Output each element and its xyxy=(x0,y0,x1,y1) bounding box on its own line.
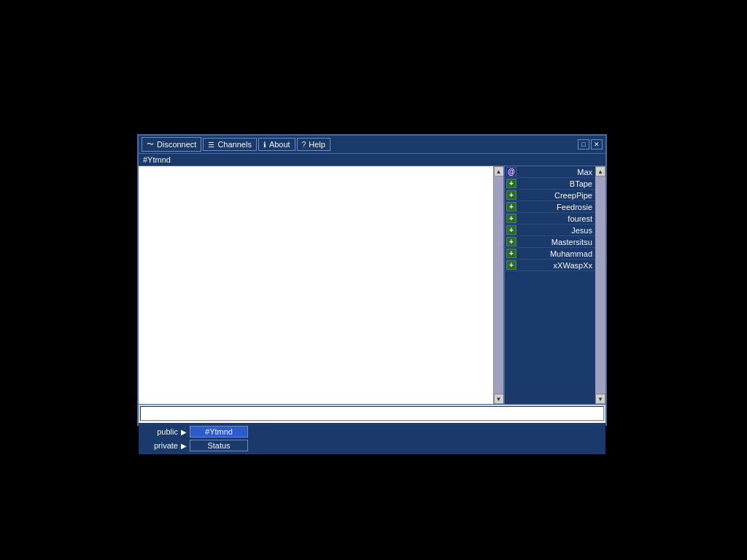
list-item[interactable]: +xXWaspXx xyxy=(505,260,595,271)
help-button[interactable]: ? Help xyxy=(297,138,330,151)
minimize-button[interactable]: □ xyxy=(578,139,589,149)
public-label: public xyxy=(142,427,178,436)
user-name: fourest xyxy=(518,214,594,223)
list-item[interactable]: +Feedrosie xyxy=(505,201,595,213)
users-scroll-down[interactable]: ▼ xyxy=(595,394,605,404)
user-badge: @ xyxy=(506,167,516,176)
user-name: Muhammad xyxy=(518,249,594,258)
user-badge: + xyxy=(506,179,516,188)
tabs-area: public ▶ #Ytmnd private ▶ Status xyxy=(139,421,605,454)
users-list-container: @Max+BTape+CreepPipe+Feedrosie+fourest+J… xyxy=(505,166,605,404)
users-list: @Max+BTape+CreepPipe+Feedrosie+fourest+J… xyxy=(505,166,595,404)
user-badge: + xyxy=(506,260,516,270)
public-tab-row: public ▶ #Ytmnd xyxy=(142,426,603,438)
disconnect-button[interactable]: 〜 Disconnect xyxy=(142,137,201,152)
scroll-up-arrow[interactable]: ▲ xyxy=(494,166,504,176)
window-controls: □ ✕ xyxy=(578,139,603,149)
about-icon: ℹ xyxy=(263,141,266,149)
user-name: Max xyxy=(518,168,594,176)
main-area: ▲ ▼ @Max+BTape+CreepPipe+Feedrosie+foure… xyxy=(139,166,605,404)
channel-tab[interactable]: #Ytmnd xyxy=(190,426,248,438)
scroll-track[interactable] xyxy=(494,176,503,394)
chat-area xyxy=(139,166,493,404)
private-arrow: ▶ xyxy=(181,442,187,450)
private-label: private xyxy=(142,441,178,450)
users-scrollbar: ▲ ▼ xyxy=(595,166,605,404)
user-badge: + xyxy=(506,225,516,235)
user-badge: + xyxy=(506,249,516,258)
user-name: Feedrosie xyxy=(518,203,594,211)
about-button[interactable]: ℹ About xyxy=(258,138,295,151)
message-input[interactable] xyxy=(140,406,604,421)
users-scroll-up[interactable]: ▲ xyxy=(595,166,605,176)
private-tab-row: private ▶ Status xyxy=(142,440,603,451)
list-item[interactable]: +BTape xyxy=(505,178,595,190)
status-tab[interactable]: Status xyxy=(190,440,248,451)
list-item[interactable]: +Muhammad xyxy=(505,248,595,260)
channel-label: #Ytmnd xyxy=(139,154,605,166)
user-badge: + xyxy=(506,237,516,246)
user-badge: + xyxy=(506,214,516,223)
close-button[interactable]: ✕ xyxy=(591,139,603,149)
list-item[interactable]: @Max xyxy=(505,166,595,178)
channels-icon: ☰ xyxy=(208,141,214,149)
chat-scrollbar: ▲ ▼ xyxy=(493,166,503,404)
user-badge: + xyxy=(506,190,516,200)
user-name: Mastersitsu xyxy=(518,238,594,246)
user-name: xXWaspXx xyxy=(518,261,594,270)
public-arrow: ▶ xyxy=(181,428,187,436)
list-item[interactable]: +Mastersitsu xyxy=(505,236,595,248)
titlebar: 〜 Disconnect ☰ Channels ℹ About ? Help □… xyxy=(139,136,605,154)
users-panel: @Max+BTape+CreepPipe+Feedrosie+fourest+J… xyxy=(503,166,605,404)
list-item[interactable]: +fourest xyxy=(505,213,595,225)
users-scroll-track[interactable] xyxy=(595,176,605,394)
help-icon: ? xyxy=(302,141,306,149)
scroll-down-arrow[interactable]: ▼ xyxy=(494,394,504,404)
disconnect-icon: 〜 xyxy=(147,139,154,149)
user-name: BTape xyxy=(518,179,594,188)
list-item[interactable]: +CreepPipe xyxy=(505,190,595,201)
list-item[interactable]: +Jesus xyxy=(505,225,595,236)
user-name: Jesus xyxy=(518,226,594,235)
channels-button[interactable]: ☰ Channels xyxy=(203,138,256,151)
user-name: CreepPipe xyxy=(518,191,594,200)
user-badge: + xyxy=(506,202,516,211)
input-area xyxy=(139,404,605,421)
main-window: 〜 Disconnect ☰ Channels ℹ About ? Help □… xyxy=(137,134,607,426)
